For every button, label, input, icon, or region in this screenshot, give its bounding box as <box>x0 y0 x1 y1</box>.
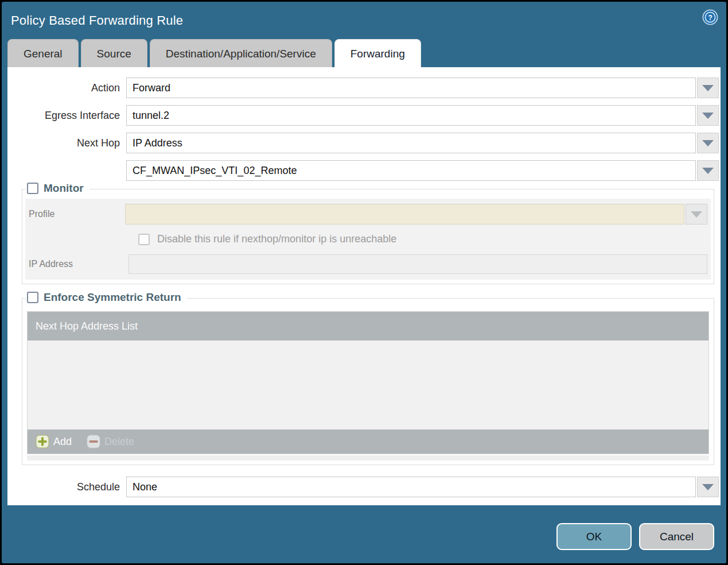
ok-button[interactable]: OK <box>556 523 632 550</box>
disable-rule-row: Disable this rule if nexthop/monitor ip … <box>138 233 707 245</box>
plus-icon <box>36 435 49 448</box>
delete-button-label: Delete <box>104 436 134 448</box>
symmetric-return-checkbox[interactable] <box>27 292 38 303</box>
chevron-down-icon <box>702 168 714 174</box>
monitor-legend: Monitor <box>26 182 89 195</box>
schedule-row: Schedule None <box>7 477 721 497</box>
next-hop-address-dropdown-button[interactable] <box>697 160 719 181</box>
chevron-down-icon <box>702 113 714 119</box>
monitor-ip-address-row: IP Address <box>29 254 707 274</box>
egress-interface-select[interactable]: tunnel.2 <box>126 105 696 126</box>
symmetric-return-legend: Enforce Symmetric Return <box>26 291 187 304</box>
profile-row: Profile <box>29 204 707 225</box>
add-button-label: Add <box>53 436 72 448</box>
minus-icon <box>87 435 100 448</box>
symmetric-return-title: Enforce Symmetric Return <box>44 291 181 304</box>
monitor-ip-address-label: IP Address <box>29 259 129 269</box>
tab-bar: General Source Destination/Application/S… <box>2 39 726 67</box>
monitor-section: Monitor Profile Disable this rule if nex… <box>22 189 714 284</box>
schedule-label: Schedule <box>7 481 126 493</box>
action-row: Action Forward <box>7 78 721 98</box>
symmetric-return-section: Enforce Symmetric Return Next Hop Addres… <box>22 298 714 465</box>
next-hop-address-select[interactable]: CF_MWAN_IPsec_VTI_02_Remote <box>126 160 696 181</box>
next-hop-dropdown-button[interactable] <box>697 133 719 153</box>
tab-forwarding[interactable]: Forwarding <box>334 39 421 67</box>
next-hop-type-select[interactable]: IP Address <box>126 133 696 153</box>
next-hop-address-list-body[interactable] <box>28 340 708 429</box>
monitor-ip-address-input <box>129 254 707 274</box>
tab-source[interactable]: Source <box>81 39 147 67</box>
next-hop-row: Next Hop IP Address <box>7 133 721 153</box>
svg-text:?: ? <box>708 14 713 22</box>
tab-general[interactable]: General <box>7 39 79 67</box>
chevron-down-icon <box>691 211 702 218</box>
next-hop-label: Next Hop <box>7 137 126 149</box>
profile-dropdown-button <box>686 204 707 225</box>
cancel-button[interactable]: Cancel <box>639 523 714 550</box>
delete-button: Delete <box>87 435 134 448</box>
help-icon[interactable]: ? <box>702 9 718 25</box>
disable-rule-checkbox <box>138 234 150 245</box>
monitor-section-title: Monitor <box>44 182 84 195</box>
dialog-title: Policy Based Forwarding Rule <box>11 13 183 28</box>
next-hop-address-list-table: Next Hop Address List Add <box>27 311 709 454</box>
tab-destination-application-service[interactable]: Destination/Application/Service <box>150 39 332 67</box>
pbf-rule-dialog: Policy Based Forwarding Rule ? General S… <box>0 0 728 565</box>
next-hop-address-row: CF_MWAN_IPsec_VTI_02_Remote <box>7 160 721 181</box>
next-hop-address-list-toolbar: Add Delete <box>28 429 708 454</box>
chevron-down-icon <box>702 140 714 146</box>
egress-interface-row: Egress Interface tunnel.2 <box>7 105 721 126</box>
forwarding-tab-panel: Action Forward Egress Interface tunnel.2… <box>7 67 721 505</box>
add-button[interactable]: Add <box>36 435 72 448</box>
profile-label: Profile <box>29 209 125 219</box>
action-select[interactable]: Forward <box>126 78 696 98</box>
chevron-down-icon <box>702 85 714 91</box>
schedule-dropdown-button[interactable] <box>697 477 719 497</box>
monitor-checkbox[interactable] <box>27 183 38 194</box>
action-dropdown-button[interactable] <box>697 78 719 98</box>
monitor-fields: Profile Disable this rule if nexthop/mon… <box>25 199 711 280</box>
action-label: Action <box>7 82 126 94</box>
schedule-select[interactable]: None <box>126 477 696 497</box>
egress-interface-label: Egress Interface <box>7 110 126 122</box>
table-bottom-strip <box>27 455 709 460</box>
next-hop-address-list-header: Next Hop Address List <box>28 312 708 340</box>
chevron-down-icon <box>702 484 714 490</box>
profile-select <box>125 204 684 225</box>
dialog-button-bar: OK Cancel <box>2 523 714 550</box>
disable-rule-label: Disable this rule if nexthop/monitor ip … <box>157 233 396 245</box>
egress-interface-dropdown-button[interactable] <box>697 105 719 126</box>
dialog-titlebar: Policy Based Forwarding Rule ? <box>2 2 726 39</box>
